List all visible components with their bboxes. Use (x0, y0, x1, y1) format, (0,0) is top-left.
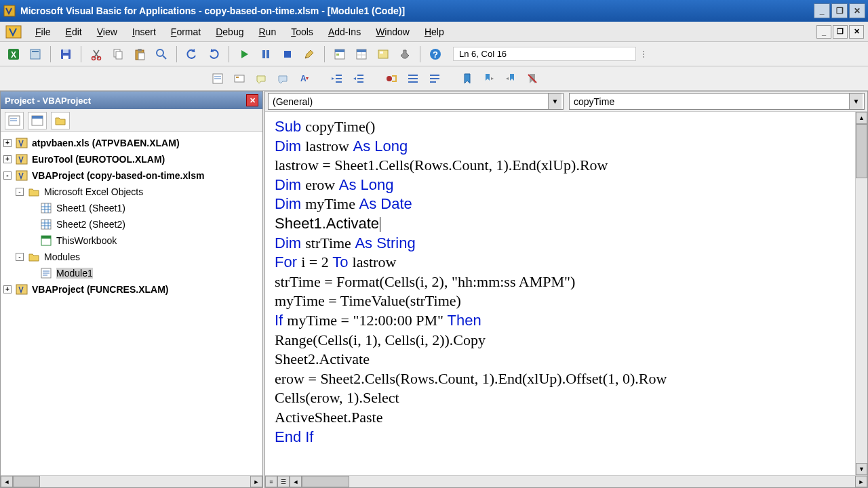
mdi-minimize[interactable]: _ (816, 25, 831, 39)
svg-rect-71 (41, 236, 51, 239)
menu-file[interactable]: File (28, 24, 58, 40)
tree-node[interactable]: +atpvbaen.xls (ATPVBAEN.XLAM) (3, 135, 260, 151)
menu-insert[interactable]: Insert (125, 24, 163, 40)
find-button[interactable] (152, 45, 171, 64)
svg-rect-1 (6, 26, 21, 38)
properties-button[interactable] (352, 45, 371, 64)
mdi-restore[interactable]: ❐ (833, 25, 848, 39)
project-hscrollbar[interactable]: ◄► (1, 475, 262, 487)
bookmark-button[interactable] (458, 69, 477, 88)
minimize-button[interactable]: _ (814, 3, 830, 18)
vba-small-icon (4, 24, 23, 40)
close-button[interactable]: ✕ (849, 3, 865, 18)
project-explorer-button[interactable] (330, 45, 349, 64)
procedure-dropdown[interactable]: copyTime ▼ (569, 93, 865, 110)
run-button[interactable] (235, 45, 254, 64)
code-editor[interactable]: Sub copyTime() Dim lastrow As Long lastr… (265, 112, 855, 475)
code-vscrollbar[interactable]: ▲▼ (855, 112, 867, 475)
project-explorer-close[interactable]: ✕ (246, 94, 258, 106)
project-toolbar (1, 109, 262, 132)
toolbox-button[interactable] (395, 45, 414, 64)
view-code-button[interactable] (5, 112, 24, 129)
indent-button[interactable] (328, 69, 347, 88)
redo-button[interactable] (204, 45, 223, 64)
complete-word-button[interactable]: A (295, 69, 314, 88)
comment-block-button[interactable] (403, 69, 422, 88)
tree-node[interactable]: Module1 (3, 265, 260, 281)
menu-tools[interactable]: Tools (284, 24, 320, 40)
view-excel-button[interactable]: X (4, 45, 23, 64)
quick-info-button[interactable] (252, 69, 271, 88)
tree-node-label: Microsoft Excel Objects (44, 186, 143, 197)
uncomment-block-button[interactable] (425, 69, 444, 88)
mdi-close[interactable]: ✕ (849, 25, 864, 39)
tree-node[interactable]: -VBAProject (copy-based-on-time.xlsm (3, 167, 260, 184)
tree-node[interactable]: ThisWorkbook (3, 232, 260, 249)
menu-add-ins[interactable]: Add-Ins (321, 24, 368, 40)
outdent-button[interactable] (349, 69, 368, 88)
expand-toggle[interactable]: - (16, 188, 24, 196)
project-explorer-header: Project - VBAProject ✕ (1, 92, 262, 109)
toggle-folders-button[interactable] (51, 112, 70, 129)
expand-toggle[interactable]: + (3, 155, 12, 163)
object-browser-button[interactable] (374, 45, 393, 64)
svg-text:?: ? (433, 49, 438, 60)
project-explorer-title: Project - VBAProject (5, 96, 91, 106)
svg-rect-15 (138, 53, 144, 60)
object-dropdown[interactable]: (General) ▼ (268, 93, 564, 110)
list-constants-button[interactable] (230, 69, 249, 88)
copy-button[interactable] (108, 45, 127, 64)
menu-run[interactable]: Run (252, 24, 283, 40)
menu-edit[interactable]: Edit (59, 24, 89, 40)
svg-point-16 (157, 49, 163, 56)
tree-node[interactable]: +EuroTool (EUROTOOL.XLAM) (3, 151, 260, 167)
svg-rect-5 (32, 51, 39, 52)
full-module-view-button[interactable]: ☰ (277, 476, 290, 487)
menu-help[interactable]: Help (418, 24, 451, 40)
insert-module-button[interactable] (26, 45, 45, 64)
tree-node[interactable]: Sheet2 (Sheet2) (3, 216, 260, 232)
expand-toggle[interactable]: - (16, 253, 24, 261)
tree-node-label: atpvbaen.xls (ATPVBAEN.XLAM) (32, 138, 180, 148)
help-button[interactable]: ? (426, 45, 445, 64)
parameter-info-button[interactable] (273, 69, 292, 88)
tree-node[interactable]: -Microsoft Excel Objects (3, 184, 260, 200)
svg-rect-56 (32, 116, 43, 119)
paste-button[interactable] (130, 45, 149, 64)
code-hscrollbar[interactable]: ≡ ☰ ◄► (265, 475, 867, 487)
vba-icon (16, 153, 28, 165)
tree-node-label: Sheet2 (Sheet2) (56, 219, 125, 230)
project-tree[interactable]: +atpvbaen.xls (ATPVBAEN.XLAM)+EuroTool (… (1, 132, 262, 475)
design-mode-button[interactable] (300, 45, 319, 64)
list-properties-button[interactable] (208, 69, 227, 88)
mdi-buttons: _ ❐ ✕ (816, 25, 864, 39)
view-object-button[interactable] (28, 112, 47, 129)
procedure-view-button[interactable]: ≡ (265, 476, 277, 487)
tree-node[interactable]: -Modules (3, 249, 260, 265)
clear-bookmarks-button[interactable] (523, 69, 542, 88)
undo-button[interactable] (182, 45, 201, 64)
breakpoint-button[interactable] (382, 69, 401, 88)
toolbar-grip (640, 45, 647, 64)
expand-toggle[interactable]: + (3, 285, 12, 293)
save-button[interactable] (56, 45, 75, 64)
next-bookmark-button[interactable] (479, 69, 498, 88)
procedure-dropdown-value: copyTime (574, 96, 614, 107)
menu-window[interactable]: Window (369, 24, 416, 40)
expand-toggle[interactable]: - (3, 171, 12, 180)
prev-bookmark-button[interactable] (501, 69, 520, 88)
menu-debug[interactable]: Debug (209, 24, 250, 40)
expand-toggle[interactable]: + (3, 139, 12, 147)
object-dropdown-value: (General) (273, 96, 313, 107)
svg-rect-8 (63, 56, 68, 59)
menu-view[interactable]: View (90, 24, 124, 40)
tree-node[interactable]: Sheet1 (Sheet1) (3, 200, 260, 216)
cut-button[interactable] (87, 45, 106, 64)
menu-bar: FileEditViewInsertFormatDebugRunToolsAdd… (0, 22, 868, 42)
break-button[interactable] (256, 45, 275, 64)
reset-button[interactable] (278, 45, 297, 64)
menu-format[interactable]: Format (164, 24, 208, 40)
maximize-button[interactable]: ❐ (831, 3, 848, 18)
tree-node[interactable]: +VBAProject (FUNCRES.XLAM) (3, 281, 260, 298)
code-pane: (General) ▼ copyTime ▼ Sub copyTime() Di… (264, 91, 868, 488)
